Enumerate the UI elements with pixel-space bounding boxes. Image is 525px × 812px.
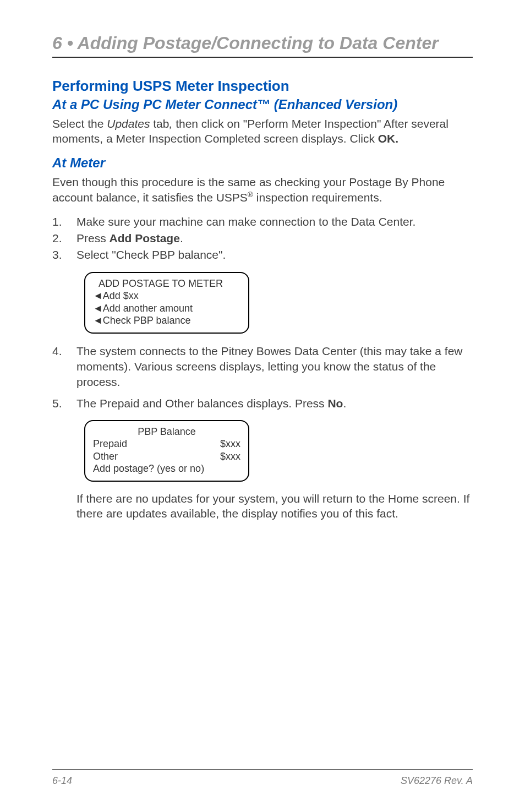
text: tab bbox=[150, 117, 169, 130]
list-item: 2. Press Add Postage. bbox=[52, 231, 473, 246]
screen-title: ADD POSTAGE TO METER bbox=[93, 277, 240, 290]
section-title: Performing USPS Meter Inspection bbox=[52, 78, 473, 95]
list-item: 3. Select "Check PBP balance". bbox=[52, 247, 473, 263]
device-screen-pbp-balance: PBP Balance Prepaid $xxx Other $xxx Add … bbox=[84, 420, 249, 482]
screen-option: ◄Add another amount bbox=[93, 302, 240, 315]
screen-row: Other $xxx bbox=[93, 450, 240, 463]
text: The Prepaid and Other balances displays.… bbox=[76, 397, 327, 410]
list-number: 4. bbox=[52, 344, 76, 390]
text-bold: Add Postage bbox=[110, 232, 180, 244]
list-body: The Prepaid and Other balances displays.… bbox=[76, 396, 473, 411]
footer-doc-id: SV62276 Rev. A bbox=[401, 775, 473, 787]
value: $xxx bbox=[220, 438, 240, 450]
pc-paragraph: Select the Updates tab, then click on "P… bbox=[52, 117, 473, 146]
subsection-meter-title: At Meter bbox=[52, 155, 473, 171]
text-italic: Updates bbox=[107, 117, 150, 130]
text-bold: No bbox=[327, 397, 343, 410]
list-body: Make sure your machine can make connecti… bbox=[76, 214, 473, 230]
meter-intro-paragraph: Even though this procedure is the same a… bbox=[52, 175, 473, 205]
page: 6 • Adding Postage/Connecting to Data Ce… bbox=[0, 0, 525, 812]
screen-option: ◄Add $xx bbox=[93, 290, 240, 302]
device-screen-add-postage: ADD POSTAGE TO METER ◄Add $xx ◄Add anoth… bbox=[84, 272, 249, 334]
chapter-header: 6 • Adding Postage/Connecting to Data Ce… bbox=[52, 33, 473, 58]
text: Make sure your machine can make connecti… bbox=[76, 215, 415, 228]
final-paragraph: If there are no updates for your system,… bbox=[76, 492, 473, 521]
ordered-list: 1. Make sure your machine can make conne… bbox=[52, 214, 473, 263]
list-body: Press Add Postage. bbox=[76, 231, 473, 246]
text-bold: OK. bbox=[378, 132, 398, 145]
registered-mark: ® bbox=[248, 190, 253, 199]
ordered-list-cont: 4. The system connects to the Pitney Bow… bbox=[52, 344, 473, 411]
screen-title: PBP Balance bbox=[93, 426, 240, 438]
text: . bbox=[180, 232, 183, 244]
list-item: 5. The Prepaid and Other balances displa… bbox=[52, 396, 473, 411]
text: . bbox=[343, 397, 346, 410]
text: Even though this procedure is the same a… bbox=[52, 176, 445, 204]
list-body: The system connects to the Pitney Bowes … bbox=[76, 344, 473, 390]
value: $xxx bbox=[220, 450, 240, 463]
label: Prepaid bbox=[93, 438, 127, 450]
list-body: Select "Check PBP balance". bbox=[76, 247, 473, 263]
text: Press bbox=[76, 232, 110, 244]
list-number: 2. bbox=[52, 231, 76, 246]
list-item: 1. Make sure your machine can make conne… bbox=[52, 214, 473, 230]
list-item: 4. The system connects to the Pitney Bow… bbox=[52, 344, 473, 390]
list-number: 1. bbox=[52, 214, 76, 230]
text: Select the bbox=[52, 117, 107, 130]
screen-option: ◄Check PBP balance bbox=[93, 314, 240, 327]
text: Select "Check PBP balance". bbox=[76, 248, 226, 261]
text: The system connects to the Pitney Bowes … bbox=[76, 345, 462, 389]
footer-page-number: 6-14 bbox=[52, 775, 72, 787]
page-footer: 6-14 SV62276 Rev. A bbox=[52, 769, 473, 787]
list-number: 5. bbox=[52, 396, 76, 411]
screen-row: Prepaid $xxx bbox=[93, 438, 240, 450]
list-number: 3. bbox=[52, 247, 76, 263]
text: inspection requirements. bbox=[253, 191, 382, 204]
screen-prompt: Add postage? (yes or no) bbox=[93, 462, 240, 475]
label: Other bbox=[93, 450, 118, 463]
subsection-pc-title: At a PC Using PC Meter Connect™ (Enhance… bbox=[52, 97, 473, 112]
